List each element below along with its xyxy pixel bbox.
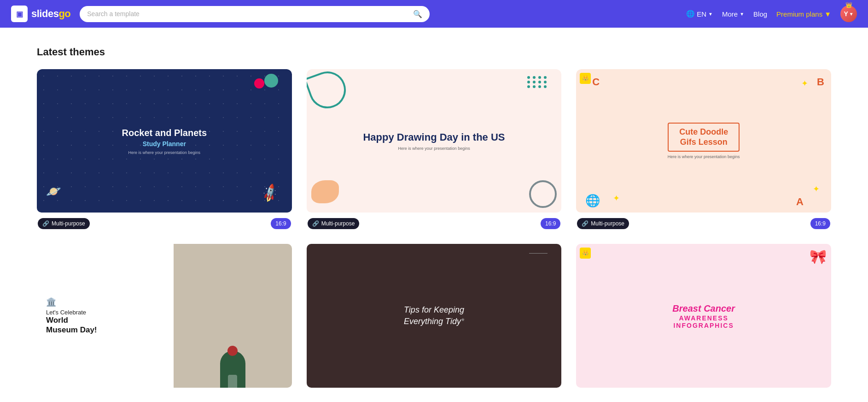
header-nav: 🌐 EN ▼ More ▼ Blog Premium plans ▼ 👑 Y ▼ — [686, 6, 857, 22]
letter-a: A — [796, 196, 804, 208]
arch-ball — [227, 346, 238, 356]
chevron-down-icon: ▼ — [740, 12, 744, 17]
theme-card-museum-day[interactable]: 🏛️ Let's Celebrate WorldMuseum Day! — [37, 244, 292, 393]
blog-link[interactable]: Blog — [753, 10, 767, 18]
avatar-initial: Y — [844, 10, 848, 18]
theme-card-keeping-tidy[interactable]: Tips for KeepingEverything Tidy* — [307, 244, 562, 393]
chevron-down-icon: ▼ — [849, 12, 854, 17]
card-thumbnail: Tips for KeepingEverything Tidy* — [307, 244, 562, 387]
planet-green — [264, 74, 278, 88]
museum-icon: 🏛️ — [46, 297, 164, 307]
ratio-tag: 16:9 — [271, 218, 291, 229]
language-selector[interactable]: 🌐 EN ▼ — [686, 10, 713, 18]
letter-c: C — [592, 76, 600, 88]
logo-icon: ▣ — [11, 6, 28, 22]
star-decoration: ✦ — [613, 193, 620, 203]
multipurpose-tag: 🔗 Multi-purpose — [577, 218, 629, 229]
section-title: Latest themes — [37, 46, 831, 58]
card-tagline: Here is where your presentation begins — [363, 146, 505, 151]
chevron-down-icon: ▼ — [824, 10, 831, 18]
more-menu[interactable]: More ▼ — [722, 10, 744, 18]
card-meta: 🔗 Multi-purpose 16:9 — [307, 218, 562, 229]
header: ▣ slidesgo 🔍 🌐 EN ▼ More ▼ Blog Premium … — [0, 0, 868, 28]
card-thumbnail: 👑 🎀 Breast Cancer AWARENESSINFOGRAPHICS — [576, 244, 831, 387]
more-label: More — [722, 10, 738, 18]
theme-card-rocket-planets[interactable]: 🪐 🚀 Rocket and Planets Study Planner Her… — [37, 69, 292, 229]
card-meta: 🔗 Multi-purpose 16:9 — [576, 218, 831, 229]
star-decoration: ✦ — [801, 78, 808, 89]
ratio-tag: 16:9 — [541, 218, 560, 229]
themes-grid-row2: 🏛️ Let's Celebrate WorldMuseum Day! — [37, 244, 831, 393]
link-icon: 🔗 — [42, 220, 49, 227]
search-input[interactable] — [87, 10, 409, 18]
card-title: Tips for KeepingEverything Tidy* — [404, 304, 464, 327]
ribbon-icon: 🎀 — [810, 248, 827, 265]
card-tagline: Here is where your presentation begins — [668, 154, 740, 159]
premium-badge: 👑 — [580, 248, 591, 259]
card-thumbnail: 🪐 🚀 Rocket and Planets Study Planner Her… — [37, 69, 292, 213]
link-icon: 🔗 — [582, 220, 588, 227]
search-bar[interactable]: 🔍 — [80, 6, 430, 22]
star-decoration: ✦ — [813, 184, 820, 194]
line-decoration — [529, 253, 548, 254]
main-content: Latest themes 🪐 🚀 Rocket and Planets Stu… — [0, 28, 868, 402]
peach-shape — [311, 180, 339, 203]
theme-card-breast-cancer[interactable]: 👑 🎀 Breast Cancer AWARENESSINFOGRAPHICS — [576, 244, 831, 393]
premium-badge: 👑 — [580, 73, 591, 84]
link-icon: 🔗 — [312, 220, 319, 227]
theme-card-cute-doodle[interactable]: 👑 C B A 🌐 ✦ ✦ ✦ Cute DoodleGifs Lesson H… — [576, 69, 831, 229]
themes-grid-row1: 🪐 🚀 Rocket and Planets Study Planner Her… — [37, 69, 831, 229]
globe-icon: 🌐 — [686, 10, 695, 18]
premium-plans-link[interactable]: Premium plans ▼ — [776, 10, 831, 18]
card-subtitle: Study Planner — [122, 140, 207, 148]
dots-decoration — [527, 76, 548, 88]
planet-red — [254, 78, 264, 89]
planet-blue: 🪐 — [46, 184, 61, 199]
logo[interactable]: ▣ slidesgo — [11, 6, 70, 22]
card-thumbnail: 🏛️ Let's Celebrate WorldMuseum Day! — [37, 244, 292, 387]
card-title: Cute DoodleGifs Lesson — [668, 123, 740, 152]
globe-icon: 🌐 — [585, 194, 600, 208]
theme-card-happy-drawing[interactable]: Happy Drawing Day in the US Here is wher… — [307, 69, 562, 229]
letter-b: B — [817, 76, 824, 88]
language-label: EN — [697, 10, 706, 18]
card-meta: 🔗 Multi-purpose 16:9 — [37, 218, 292, 229]
card-title: Rocket and Planets — [122, 127, 207, 138]
multipurpose-tag: 🔗 Multi-purpose — [38, 218, 90, 229]
card-thumbnail: 👑 C B A 🌐 ✦ ✦ ✦ Cute DoodleGifs Lesson H… — [576, 69, 831, 213]
arch-figure — [220, 351, 245, 388]
teal-doodle — [307, 69, 351, 113]
avatar[interactable]: 👑 Y ▼ — [840, 6, 857, 22]
chevron-down-icon: ▼ — [708, 12, 713, 17]
logo-text: slidesgo — [31, 8, 70, 20]
crown-icon: 👑 — [845, 2, 852, 8]
arch-vase — [228, 375, 237, 388]
card-title-line1: Breast Cancer — [672, 302, 735, 314]
card-title: WorldMuseum Day! — [46, 316, 164, 335]
search-icon: 🔍 — [413, 10, 422, 18]
card-title-prefix: Let's Celebrate — [46, 309, 164, 316]
multipurpose-tag: 🔗 Multi-purpose — [308, 218, 360, 229]
card-tagline: Here is where your presentation begins — [122, 150, 207, 155]
ratio-tag: 16:9 — [810, 218, 830, 229]
card-title: Happy Drawing Day in the US — [363, 131, 505, 143]
card-thumbnail: Happy Drawing Day in the US Here is wher… — [307, 69, 562, 213]
card-title-line2: AWARENESSINFOGRAPHICS — [672, 314, 735, 329]
swirl-doodle — [529, 180, 557, 208]
